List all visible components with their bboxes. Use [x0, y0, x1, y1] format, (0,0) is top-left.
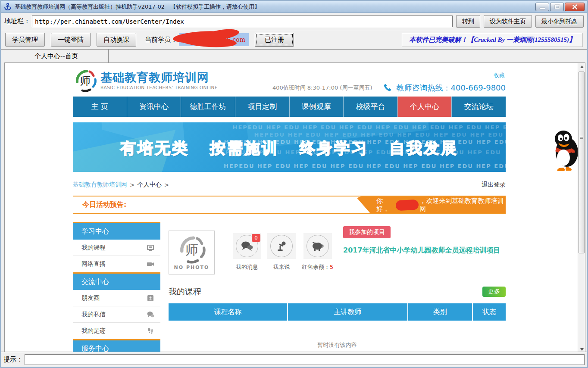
breadcrumb-current: 个人中心	[138, 181, 162, 189]
avatar-placeholder-icon: 师	[178, 235, 206, 264]
sidebar-item-label: 网络直播	[81, 260, 106, 268]
current-student-value: 26.com	[179, 33, 249, 46]
scrollbar-thumb[interactable]	[579, 72, 585, 253]
close-button[interactable]	[565, 3, 585, 11]
my-courses-section: 我的课程 更多 课程名称 主讲教师 类别 状态 暂时没有该内容	[169, 286, 506, 349]
sidebar-item-private-messages[interactable]: 我的私信	[73, 306, 160, 323]
project-link[interactable]: 2017年河北省中小学幼儿园教师全员远程培训项目	[343, 246, 506, 255]
contacts-icon	[147, 294, 154, 302]
courses-table-header: 课程名称 主讲教师 类别 状态	[169, 303, 506, 321]
no-photo-label: NO PHOTO	[174, 265, 210, 270]
title-bar: 基础教育教师培训网（高等教育出版社）挂机助手v2017-02 【软件模拟手工操作…	[1, 1, 587, 13]
piggy-bank-icon	[311, 240, 325, 252]
site-title: 基础教育教师培训网	[100, 71, 218, 84]
my-courses-title: 我的课程	[169, 286, 201, 297]
activity-notice-bar: 今日活动预告: 你好， ，欢迎来到基础教育教师培训网	[73, 196, 506, 214]
nav-item-news[interactable]: 资讯中心	[127, 97, 181, 117]
svg-text:师: 师	[185, 242, 198, 257]
nav-item-workshop[interactable]: 德胜工作坊	[181, 97, 235, 117]
address-input[interactable]	[32, 16, 453, 27]
maximize-icon	[555, 5, 560, 9]
banner-slogan: 有培无类	[120, 138, 189, 159]
qq-penguin-mascot[interactable]	[553, 128, 578, 172]
status-input[interactable]	[25, 354, 585, 365]
status-bar: 提示：	[1, 352, 587, 367]
tab-personal-center-home[interactable]: 个人中心--首页	[4, 50, 109, 62]
site-subtitle: BASIC EDUCATION TEACHERS' TRAINING ONLIN…	[100, 85, 218, 90]
logout-link[interactable]: 退出登录	[482, 181, 506, 189]
empty-state-text: 暂时没有该内容	[169, 341, 506, 349]
favorite-link[interactable]: 收藏	[494, 72, 505, 79]
red-packet-text: 红包余额：	[302, 264, 330, 270]
minimize-to-tray-button[interactable]: 最小化到托盘	[535, 15, 584, 28]
breadcrumb-home-link[interactable]: 基础教育教师培训网	[73, 181, 127, 189]
site-header: 师 基础教育教师培训网 BASIC EDUCATION TEACHERS' TR…	[73, 65, 506, 97]
column-category: 类别	[407, 303, 472, 321]
site-logo[interactable]: 师 基础教育教师培训网 BASIC EDUCATION TEACHERS' TR…	[74, 69, 218, 92]
my-messages[interactable]: 0 我的消息	[233, 233, 261, 280]
avatar[interactable]: 师 NO PHOTO	[169, 231, 215, 274]
minimize-button[interactable]	[535, 3, 549, 11]
column-course-name: 课程名称	[169, 303, 287, 321]
monitor-icon	[147, 244, 154, 252]
nav-item-custom-project[interactable]: 项目定制	[235, 97, 289, 117]
nav-item-lesson-观摩[interactable]: 课例观摩	[289, 97, 344, 117]
svg-text:师: 师	[80, 75, 91, 87]
one-key-login-button[interactable]: 一键登陆	[51, 33, 91, 47]
window-controls	[535, 3, 585, 11]
sidebar-item-friend-circle[interactable]: 朋友圈	[73, 290, 160, 306]
registered-button[interactable]: 已注册	[255, 33, 294, 47]
banner-slogan: 按需施训	[210, 138, 279, 159]
my-projects-badge: 我参加的项目	[343, 226, 391, 238]
set-homepage-button[interactable]: 设为软件主页	[484, 15, 532, 28]
browser-view: 师 基础教育教师培训网 BASIC EDUCATION TEACHERS' TR…	[4, 62, 585, 353]
banner-watermark: HEPEDU HEP EDU HEP EDU HEP EDU HEP EDU H…	[233, 124, 506, 131]
footprints-icon	[147, 327, 154, 335]
red-packet-balance[interactable]: 红包余额：5	[302, 233, 333, 280]
sidebar-item-my-footprints[interactable]: 我的足迹	[73, 323, 160, 339]
hotline-text: 教师咨询热线：400-669-9800	[396, 83, 506, 93]
my-voice[interactable]: 我来说	[267, 233, 296, 280]
scrollbar-grip	[580, 136, 583, 140]
greeting-prefix: 你好，	[376, 197, 395, 213]
sidebar-item-my-courses[interactable]: 我的课程	[73, 240, 160, 256]
nav-item-personal-center[interactable]: 个人中心	[397, 97, 452, 117]
header-contact: 400值班时间 8:30-17:00 (周一至周五) 教师咨询热线：400-66…	[272, 83, 506, 93]
banner-watermark: HEPEDU HEP EDU HEP EDU HEP EDU HEP EDU H…	[254, 131, 506, 138]
sidebar: 学习中心 我的课程 网络直播	[73, 222, 160, 353]
nav-item-home[interactable]: 主 页	[73, 97, 127, 117]
piggy-circle	[307, 235, 329, 257]
hotline: 教师咨询热线：400-669-9800	[383, 83, 506, 93]
sidebar-item-live-broadcast[interactable]: 网络直播	[73, 256, 160, 272]
vertical-scrollbar[interactable]	[578, 63, 585, 353]
nav-item-forum[interactable]: 交流论坛	[451, 97, 506, 117]
breadcrumb-separator: >	[164, 181, 169, 188]
app-window: 基础教育教师培训网（高等教育出版社）挂机助手v2017-02 【软件模拟手工操作…	[0, 0, 588, 368]
banner-slogan: 终身学习	[300, 138, 369, 159]
red-packet-label: 红包余额：5	[302, 263, 333, 271]
cracked-notice: 本软件已完美破解！【Cracked By 一蓑烟雨(1255580515)】	[402, 33, 583, 47]
anchor-icon	[3, 3, 12, 11]
activity-notice-label: 今日活动预告:	[82, 200, 126, 209]
student-manage-button[interactable]: 学员管理	[5, 33, 45, 47]
red-packet-value: 5	[330, 264, 333, 270]
breadcrumb: 基础教育教师培训网 > 个人中心 > 退出登录	[73, 181, 506, 189]
minimize-icon	[540, 8, 545, 9]
message-count-badge: 0	[252, 234, 260, 242]
banner-watermark: HEPEDU HEP EDU HEP EDU HEP EDU HEP EDU H…	[224, 163, 506, 169]
auto-switch-course-button[interactable]: 自动换课	[97, 33, 136, 47]
go-button[interactable]: 转到	[456, 15, 480, 28]
more-button[interactable]: 更多	[482, 287, 506, 297]
sidebar-item-label: 我的课程	[81, 244, 106, 252]
hero-banner: HEPEDU HEP EDU HEP EDU HEP EDU HEP EDU H…	[73, 122, 506, 172]
main-panel: 师 NO PHOTO	[169, 222, 506, 349]
nav-item-school-platform[interactable]: 校级平台	[343, 97, 397, 117]
message-bubbles-icon	[241, 240, 253, 252]
sidebar-section-communication: 交流中心	[73, 272, 160, 290]
maximize-button[interactable]	[550, 3, 564, 11]
sidebar-item-label: 我的私信	[81, 311, 106, 318]
window-title: 基础教育教师培训网（高等教育出版社）挂机助手v2017-02 【软件模拟手工操作…	[15, 3, 260, 11]
microphone-icon	[275, 240, 288, 252]
scroll-up-arrow[interactable]	[578, 63, 585, 70]
speak-circle	[270, 235, 293, 257]
